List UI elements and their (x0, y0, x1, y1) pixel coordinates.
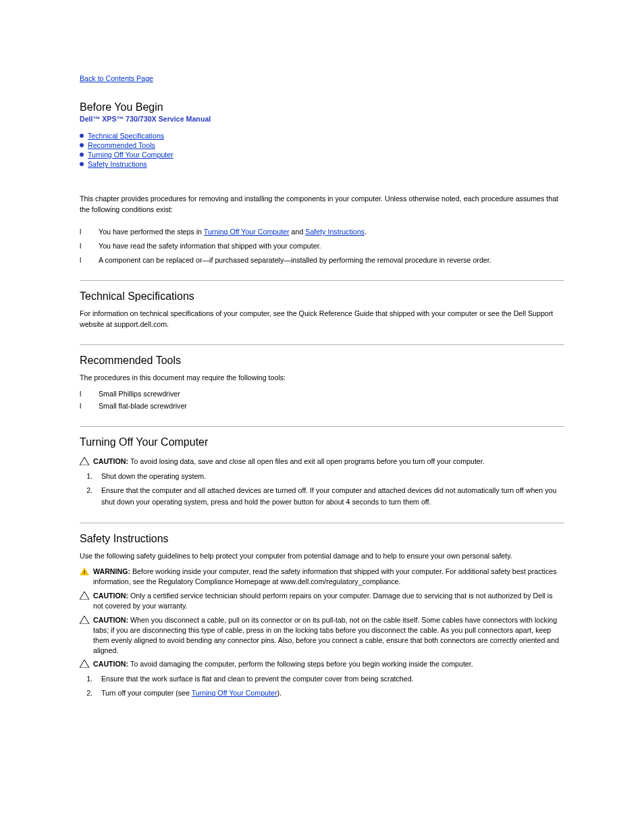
divider (80, 426, 564, 427)
intro-paragraph: This chapter provides procedures for rem… (80, 193, 564, 215)
divider (80, 280, 564, 281)
svg-marker-2 (80, 616, 89, 624)
intro-bullet: A component can be replaced or—if purcha… (99, 255, 491, 265)
svg-marker-3 (80, 660, 89, 668)
toc-link-turnoff[interactable]: Turning Off Your Computer (88, 150, 173, 159)
tools-lead: The procedures in this document may requ… (80, 372, 564, 383)
toc-item: Technical Specifications (80, 131, 564, 140)
bullet-icon (80, 162, 84, 166)
bullet-icon (80, 153, 84, 157)
caution-icon (80, 660, 89, 668)
bullet-icon (80, 134, 84, 138)
intro-bullet: You have performed the steps in Turning … (99, 227, 367, 237)
caution-text: CAUTION: When you disconnect a cable, pu… (93, 615, 564, 656)
toc-item: Safety Instructions (80, 159, 564, 169)
caution-block: CAUTION: To avoid losing data, save and … (80, 457, 564, 467)
tool-item: Small flat-blade screwdriver (99, 400, 187, 411)
turnoff-steps: Shut down the operating system. Ensure t… (80, 471, 564, 508)
link-turnoff-step[interactable]: Turning Off Your Computer (192, 689, 277, 697)
caution-text: CAUTION: To avoid losing data, save and … (93, 457, 564, 467)
list-item: Ensure that the work surface is flat and… (95, 673, 564, 685)
section-title-specs: Technical Specifications (80, 290, 564, 303)
list-item: Turn off your computer (see Turning Off … (95, 687, 564, 699)
tool-item: Small Phillips screwdriver (99, 388, 180, 399)
warning-text: WARNING: Before working inside your comp… (93, 567, 564, 587)
caution-block: CAUTION: Only a certified service techni… (80, 591, 564, 611)
intro-bullet: You have read the safety information tha… (99, 241, 321, 251)
toc-list: Technical Specifications Recommended Too… (80, 131, 564, 169)
divider (80, 344, 564, 345)
svg-marker-1 (80, 592, 89, 600)
page-title: Before You Begin (80, 101, 564, 113)
toc-link-tools[interactable]: Recommended Tools (88, 140, 155, 150)
link-safety-inline[interactable]: Safety Instructions (305, 228, 365, 236)
list-marker: l (80, 255, 86, 265)
safety-steps: Ensure that the work surface is flat and… (80, 673, 564, 699)
list-marker: l (80, 400, 86, 411)
toc-item: Turning Off Your Computer (80, 150, 564, 159)
bullet-icon (80, 143, 84, 147)
intro-block: This chapter provides procedures for rem… (80, 193, 564, 265)
warning-block: WARNING: Before working inside your comp… (80, 567, 564, 587)
caution-text: CAUTION: Only a certified service techni… (93, 591, 564, 611)
caution-icon (80, 592, 89, 600)
toc-link-specs[interactable]: Technical Specifications (88, 131, 164, 140)
list-marker: l (80, 388, 86, 399)
section-title-turnoff: Turning Off Your Computer (80, 436, 564, 448)
safety-lead: Use the following safety guidelines to h… (80, 550, 564, 561)
divider (80, 523, 564, 523)
warning-icon (80, 567, 89, 575)
doc-subtitle: Dell™ XPS™ 730/730X Service Manual (80, 115, 564, 123)
section-title-tools: Recommended Tools (80, 355, 564, 367)
list-item: Shut down the operating system. (95, 471, 564, 482)
caution-icon (80, 457, 89, 465)
svg-marker-0 (80, 457, 89, 465)
list-item: Ensure that the computer and all attache… (95, 485, 564, 508)
back-to-contents-link[interactable]: Back to Contents Page (80, 74, 153, 82)
list-marker: l (80, 241, 86, 251)
page-body: Back to Contents Page Before You Begin D… (0, 0, 644, 758)
caution-text: CAUTION: To avoid damaging the computer,… (93, 659, 564, 669)
caution-block: CAUTION: When you disconnect a cable, pu… (80, 615, 564, 656)
caution-block: CAUTION: To avoid damaging the computer,… (80, 659, 564, 669)
link-turnoff-inline[interactable]: Turning Off Your Computer (204, 228, 290, 236)
specs-body: For information on technical specificati… (80, 308, 564, 330)
caution-icon (80, 616, 89, 624)
toc-link-safety[interactable]: Safety Instructions (88, 159, 147, 169)
section-title-safety: Safety Instructions (80, 533, 564, 545)
list-marker: l (80, 227, 86, 237)
toc-item: Recommended Tools (80, 140, 564, 150)
